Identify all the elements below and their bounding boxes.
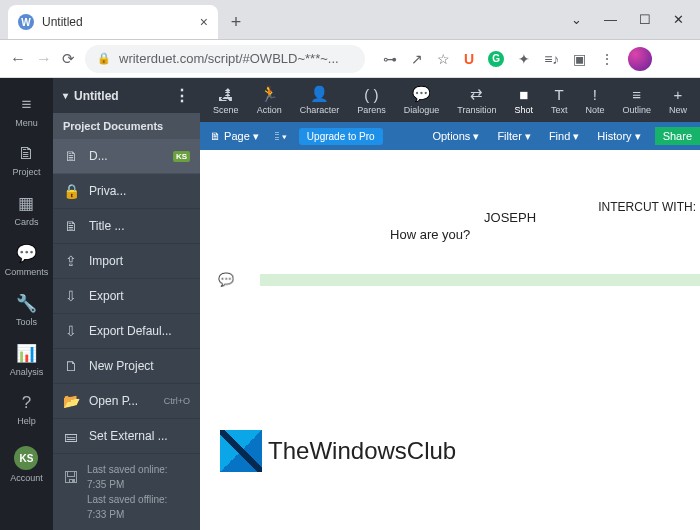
toolbar-text[interactable]: TText (542, 86, 577, 115)
left-rail: ≡Menu🗎Project▦Cards💬Comments🔧Tools📊Analy… (0, 78, 53, 530)
sidebar-item[interactable]: 🗋New Project (53, 349, 200, 384)
minimize-button[interactable]: — (604, 12, 617, 27)
scene-icon: 🏞 (218, 86, 233, 103)
upgrade-button[interactable]: Upgrade to Pro (299, 128, 383, 145)
item-icon: 📂 (63, 393, 79, 409)
format-toolbar: 🏞Scene🏃Action👤Character( )Parens💬Dialogu… (200, 78, 700, 122)
sidebar-item[interactable]: 🗎Title ... (53, 209, 200, 244)
toolbar-character[interactable]: 👤Character (291, 85, 349, 115)
browser-tab-strip: W Untitled × + ⌄ — ☐ ✕ (0, 0, 700, 40)
item-label: D... (89, 149, 108, 163)
rail-comments[interactable]: 💬Comments (0, 236, 53, 284)
item-icon: ⇩ (63, 323, 79, 339)
sidebar-item[interactable]: 📂Open P...Ctrl+O (53, 384, 200, 419)
user-badge: KS (173, 151, 190, 162)
toolbar-action[interactable]: 🏃Action (248, 85, 291, 115)
item-icon: ⇪ (63, 253, 79, 269)
reader-icon[interactable]: ▣ (573, 51, 586, 67)
close-window-button[interactable]: ✕ (673, 12, 684, 27)
url-text: writerduet.com/script/#OWBLD~***~... (119, 51, 339, 66)
watermark: TheWindowsClub (220, 430, 456, 472)
grammarly-icon[interactable]: G (488, 51, 504, 67)
sidebar-section-label: Project Documents (53, 113, 200, 139)
comment-icon[interactable]: 💬 (218, 272, 234, 287)
back-button[interactable]: ← (10, 50, 26, 68)
find-menu[interactable]: Find ▾ (545, 127, 583, 145)
watermark-logo (220, 430, 262, 472)
dialogue-icon: 💬 (412, 85, 431, 103)
outline-icon: ≡ (632, 86, 641, 103)
chevron-down-icon[interactable]: ▾ (63, 90, 68, 101)
transition-text: INTERCUT WITH: (598, 200, 696, 214)
key-icon[interactable]: ⊶ (383, 51, 397, 67)
options-menu[interactable]: Options ▾ (428, 127, 483, 145)
tools-icon: 🔧 (16, 293, 37, 314)
toolbar-new[interactable]: +New (660, 86, 696, 115)
project-icon: 🗎 (18, 144, 35, 164)
sidebar-item[interactable]: 🔒Priva... (53, 174, 200, 209)
address-bar: ← → ⟳ 🔒 writerduet.com/script/#OWBLD~***… (0, 40, 700, 78)
url-input[interactable]: 🔒 writerduet.com/script/#OWBLD~***~... (85, 45, 365, 73)
maximize-button[interactable]: ☐ (639, 12, 651, 27)
sidebar-item[interactable]: ⇩Export Defaul... (53, 314, 200, 349)
window-controls: ⌄ — ☐ ✕ (571, 12, 700, 39)
help-icon: ? (22, 393, 31, 413)
analysis-icon: 📊 (16, 343, 37, 364)
shot-icon: ■ (519, 86, 528, 103)
more-icon[interactable]: ⋮ (174, 86, 190, 105)
bookmark-icon[interactable]: ☆ (437, 51, 450, 67)
toolbar-outline[interactable]: ≡Outline (613, 86, 660, 115)
new-tab-button[interactable]: + (222, 8, 250, 36)
toolbar-parens[interactable]: ( )Parens (348, 86, 395, 115)
rail-account[interactable]: KSAccount (0, 435, 53, 490)
item-label: Set External ... (89, 429, 168, 443)
rail-analysis[interactable]: 📊Analysis (0, 336, 53, 384)
item-label: Export Defaul... (89, 324, 172, 338)
rail-menu[interactable]: ≡Menu (0, 88, 53, 135)
rail-project[interactable]: 🗎Project (0, 137, 53, 184)
main-area: 🏞Scene🏃Action👤Character( )Parens💬Dialogu… (200, 78, 700, 530)
reload-button[interactable]: ⟳ (62, 50, 75, 68)
item-icon: 🗎 (63, 148, 79, 164)
sidebar-item[interactable]: ⇪Import (53, 244, 200, 279)
browser-tab[interactable]: W Untitled × (8, 5, 218, 39)
rail-help[interactable]: ?Help (0, 386, 53, 433)
save-icon: 🖫 (63, 466, 79, 490)
page-menu[interactable]: 🗎 Page ▾ (206, 130, 263, 143)
toolbar-shot[interactable]: ■Shot (505, 86, 542, 115)
profile-avatar[interactable] (628, 47, 652, 71)
toolbar-scene[interactable]: 🏞Scene (204, 86, 248, 115)
toolbar-dialogue[interactable]: 💬Dialogue (395, 85, 449, 115)
menu-icon[interactable]: ⋮ (600, 51, 614, 67)
item-icon: 🗋 (63, 358, 79, 374)
columns-menu[interactable]: ⦙⦙ ▾ (271, 130, 291, 143)
project-sidebar: ▾ Untitled ⋮ Project Documents 🗎D...KS🔒P… (53, 78, 200, 530)
sidebar-item[interactable]: 🖴Set External ... (53, 419, 200, 454)
cursor-line-highlight (260, 274, 700, 286)
toolbar-transition[interactable]: ⇄Transition (448, 85, 505, 115)
shortcut-label: Ctrl+O (164, 396, 190, 406)
share-icon[interactable]: ↗ (411, 51, 423, 67)
ublock-icon[interactable]: U (464, 51, 474, 67)
sidebar-item[interactable]: 🗎D...KS (53, 139, 200, 174)
sub-toolbar: 🗎 Page ▾ ⦙⦙ ▾ Upgrade to Pro Options ▾Fi… (200, 122, 700, 150)
script-document[interactable]: INTERCUT WITH: JOSEPH How are you? 💬 The… (200, 150, 700, 530)
playlist-icon[interactable]: ≡♪ (544, 51, 559, 67)
comments-icon: 💬 (16, 243, 37, 264)
forward-button[interactable]: → (36, 50, 52, 68)
new-icon: + (674, 86, 683, 103)
rail-tools[interactable]: 🔧Tools (0, 286, 53, 334)
dropdown-icon[interactable]: ⌄ (571, 12, 582, 27)
cards-icon: ▦ (18, 193, 34, 214)
filter-menu[interactable]: Filter ▾ (493, 127, 535, 145)
share-button[interactable]: Share (655, 127, 700, 145)
item-icon: 🖴 (63, 428, 79, 444)
extensions-icon[interactable]: ✦ (518, 51, 530, 67)
toolbar-note[interactable]: !Note (576, 86, 613, 115)
history-menu[interactable]: History ▾ (593, 127, 644, 145)
close-tab-icon[interactable]: × (200, 14, 208, 30)
tab-title: Untitled (42, 15, 192, 29)
rail-cards[interactable]: ▦Cards (0, 186, 53, 234)
note-icon: ! (593, 86, 597, 103)
sidebar-item[interactable]: ⇩Export (53, 279, 200, 314)
